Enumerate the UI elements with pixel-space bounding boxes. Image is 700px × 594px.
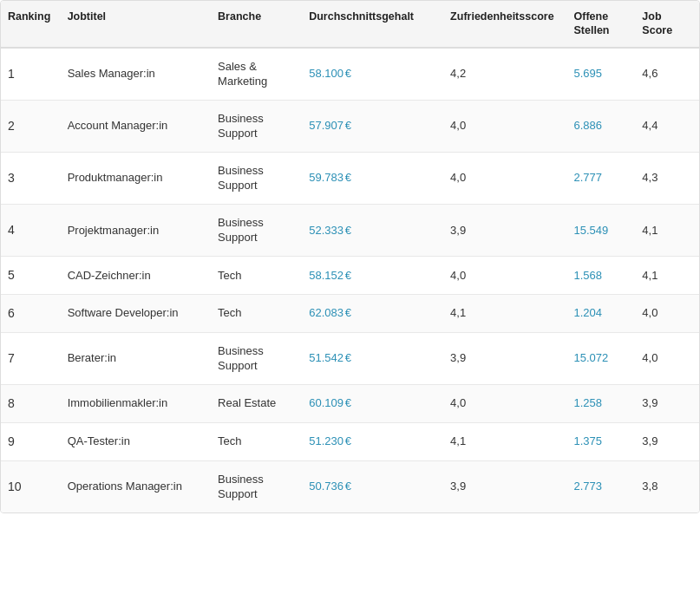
- cell-zufrieden: 3,9: [443, 204, 566, 256]
- cell-jobtitel: Software Developer:in: [61, 294, 211, 332]
- cell-gehalt[interactable]: 62.083 €: [302, 294, 443, 332]
- cell-stellen[interactable]: 2.777: [567, 152, 636, 204]
- cell-stellen[interactable]: 1.258: [567, 384, 636, 422]
- cell-branche: Business Support: [211, 460, 302, 512]
- cell-stellen[interactable]: 1.375: [567, 422, 636, 460]
- cell-branche: Business Support: [211, 152, 302, 204]
- table-row: 10Operations Manager:inBusiness Support5…: [1, 460, 699, 512]
- header-jobtitel: Jobtitel: [61, 1, 211, 48]
- cell-zufrieden: 4,2: [443, 48, 566, 101]
- cell-stellen[interactable]: 15.549: [567, 204, 636, 256]
- table-row: 8Immobilienmakler:inReal Estate60.109 €4…: [1, 384, 699, 422]
- cell-jobtitel: Projektmanager:in: [61, 204, 211, 256]
- header-zufrieden: Zufriedenheitsscore: [443, 1, 566, 48]
- cell-branche: Real Estate: [211, 384, 302, 422]
- cell-jobtitel: CAD-Zeichner:in: [61, 256, 211, 294]
- cell-branche: Business Support: [211, 332, 302, 384]
- cell-branche: Sales & Marketing: [211, 48, 302, 101]
- cell-gehalt[interactable]: 51.542 €: [302, 332, 443, 384]
- cell-gehalt[interactable]: 58.152 €: [302, 256, 443, 294]
- cell-gehalt[interactable]: 51.230 €: [302, 422, 443, 460]
- cell-jobscore: 3,9: [635, 384, 699, 422]
- cell-zufrieden: 4,0: [443, 100, 566, 152]
- header-jobscore: Job Score: [635, 1, 699, 48]
- cell-stellen[interactable]: 1.204: [567, 294, 636, 332]
- cell-stellen[interactable]: 6.886: [567, 100, 636, 152]
- header-stellen: Offene Stellen: [567, 1, 636, 48]
- table-header-row: Ranking Jobtitel Branche Durchschnittsge…: [1, 1, 699, 48]
- cell-jobtitel: Produktmanager:in: [61, 152, 211, 204]
- table-row: 4Projektmanager:inBusiness Support52.333…: [1, 204, 699, 256]
- table-row: 1Sales Manager:inSales & Marketing58.100…: [1, 48, 699, 101]
- cell-branche: Business Support: [211, 204, 302, 256]
- cell-gehalt[interactable]: 58.100 €: [302, 48, 443, 101]
- cell-gehalt[interactable]: 52.333 €: [302, 204, 443, 256]
- cell-stellen[interactable]: 15.072: [567, 332, 636, 384]
- header-branche: Branche: [211, 1, 302, 48]
- cell-ranking: 7: [1, 332, 61, 384]
- table-row: 3Produktmanager:inBusiness Support59.783…: [1, 152, 699, 204]
- cell-branche: Tech: [211, 256, 302, 294]
- cell-jobscore: 4,1: [635, 204, 699, 256]
- cell-jobtitel: Immobilienmakler:in: [61, 384, 211, 422]
- cell-ranking: 1: [1, 48, 61, 101]
- cell-jobscore: 4,3: [635, 152, 699, 204]
- cell-stellen[interactable]: 5.695: [567, 48, 636, 101]
- table-row: 6Software Developer:inTech62.083 €4,11.2…: [1, 294, 699, 332]
- cell-jobscore: 3,9: [635, 422, 699, 460]
- cell-ranking: 6: [1, 294, 61, 332]
- cell-jobscore: 4,0: [635, 294, 699, 332]
- cell-zufrieden: 4,0: [443, 152, 566, 204]
- cell-jobtitel: Sales Manager:in: [61, 48, 211, 101]
- cell-jobscore: 4,4: [635, 100, 699, 152]
- table-row: 9QA-Tester:inTech51.230 €4,11.3753,9: [1, 422, 699, 460]
- cell-zufrieden: 4,1: [443, 294, 566, 332]
- cell-ranking: 10: [1, 460, 61, 512]
- rankings-table: Ranking Jobtitel Branche Durchschnittsge…: [1, 1, 699, 512]
- cell-jobtitel: Berater:in: [61, 332, 211, 384]
- table-row: 2Account Manager:inBusiness Support57.90…: [1, 100, 699, 152]
- header-gehalt: Durchschnittsgehalt: [302, 1, 443, 48]
- cell-jobtitel: Account Manager:in: [61, 100, 211, 152]
- main-table-container: Ranking Jobtitel Branche Durchschnittsge…: [0, 0, 700, 513]
- cell-zufrieden: 3,9: [443, 332, 566, 384]
- cell-jobscore: 3,8: [635, 460, 699, 512]
- cell-gehalt[interactable]: 59.783 €: [302, 152, 443, 204]
- cell-zufrieden: 4,1: [443, 422, 566, 460]
- cell-ranking: 5: [1, 256, 61, 294]
- cell-gehalt[interactable]: 57.907 €: [302, 100, 443, 152]
- cell-zufrieden: 3,9: [443, 460, 566, 512]
- cell-ranking: 9: [1, 422, 61, 460]
- header-ranking: Ranking: [1, 1, 61, 48]
- cell-gehalt[interactable]: 50.736 €: [302, 460, 443, 512]
- cell-jobtitel: Operations Manager:in: [61, 460, 211, 512]
- cell-zufrieden: 4,0: [443, 256, 566, 294]
- cell-jobscore: 4,6: [635, 48, 699, 101]
- cell-gehalt[interactable]: 60.109 €: [302, 384, 443, 422]
- cell-branche: Tech: [211, 294, 302, 332]
- cell-ranking: 2: [1, 100, 61, 152]
- cell-zufrieden: 4,0: [443, 384, 566, 422]
- cell-branche: Business Support: [211, 100, 302, 152]
- cell-ranking: 8: [1, 384, 61, 422]
- cell-ranking: 3: [1, 152, 61, 204]
- cell-ranking: 4: [1, 204, 61, 256]
- cell-jobscore: 4,1: [635, 256, 699, 294]
- cell-stellen[interactable]: 2.773: [567, 460, 636, 512]
- cell-jobtitel: QA-Tester:in: [61, 422, 211, 460]
- table-row: 7Berater:inBusiness Support51.542 €3,915…: [1, 332, 699, 384]
- cell-jobscore: 4,0: [635, 332, 699, 384]
- cell-branche: Tech: [211, 422, 302, 460]
- table-row: 5CAD-Zeichner:inTech58.152 €4,01.5684,1: [1, 256, 699, 294]
- cell-stellen[interactable]: 1.568: [567, 256, 636, 294]
